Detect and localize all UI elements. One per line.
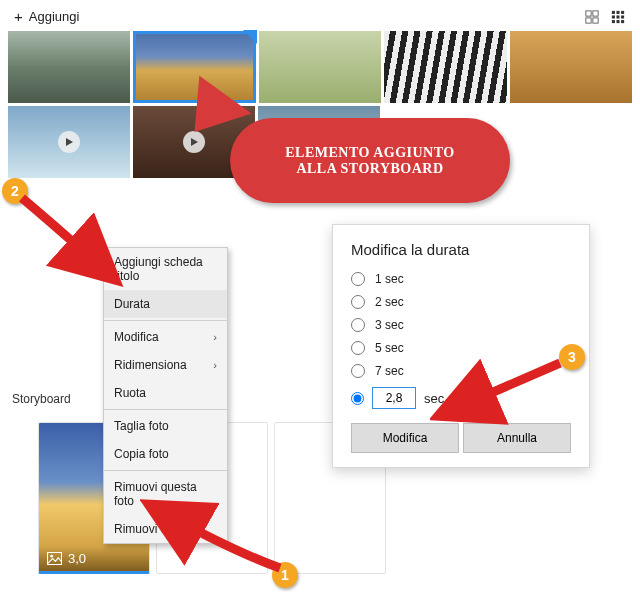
annotation-badge-2: 2 [2, 178, 28, 204]
duration-panel: Modifica la durata 1 sec 2 sec 3 sec 5 s… [332, 224, 590, 468]
svg-rect-6 [621, 10, 624, 13]
view-grid-small-icon[interactable] [610, 9, 626, 25]
gallery-item[interactable] [259, 31, 381, 103]
svg-rect-12 [621, 20, 624, 23]
svg-rect-4 [612, 10, 615, 13]
menu-remove-photo[interactable]: Rimuovi questa foto [104, 473, 227, 515]
menu-add-title-card[interactable]: Aggiungi scheda titolo [104, 248, 227, 290]
svg-rect-8 [616, 15, 619, 18]
svg-rect-7 [612, 15, 615, 18]
chevron-right-icon: › [213, 359, 217, 371]
svg-rect-9 [621, 15, 624, 18]
menu-edit[interactable]: Modifica› [104, 323, 227, 351]
svg-rect-1 [593, 10, 598, 15]
menu-duration[interactable]: Durata [104, 290, 227, 318]
image-icon [47, 552, 62, 565]
svg-rect-5 [616, 10, 619, 13]
duration-option-5s[interactable]: 5 sec [351, 341, 571, 355]
duration-option-3s[interactable]: 3 sec [351, 318, 571, 332]
plus-icon: + [14, 8, 23, 25]
gallery-item[interactable] [8, 31, 130, 103]
gallery-item-video[interactable] [8, 106, 130, 178]
duration-ok-button[interactable]: Modifica [351, 423, 459, 453]
view-grid-large-icon[interactable] [584, 9, 600, 25]
svg-point-17 [50, 555, 53, 558]
duration-option-custom-radio[interactable] [351, 392, 364, 405]
chevron-right-icon: › [213, 331, 217, 343]
add-button[interactable]: + Aggiungi [14, 8, 79, 25]
menu-resize[interactable]: Ridimensiona› [104, 351, 227, 379]
storyboard-item-duration: 3,0 [68, 551, 86, 566]
svg-rect-3 [593, 17, 598, 22]
annotation-callout: ELEMENTO AGGIUNTO ALLA STORYBOARD [185, 100, 515, 205]
duration-cancel-button[interactable]: Annulla [463, 423, 571, 453]
context-menu: Aggiungi scheda titolo Durata Modifica› … [103, 247, 228, 544]
storyboard-heading: Storyboard [12, 392, 71, 406]
svg-rect-2 [586, 17, 591, 22]
duration-option-1s[interactable]: 1 sec [351, 272, 571, 286]
svg-marker-13 [66, 138, 73, 146]
menu-cut-photo[interactable]: Taglia foto [104, 412, 227, 440]
annotation-badge-3: 3 [559, 344, 585, 370]
duration-custom-input[interactable] [372, 387, 416, 409]
callout-line1: ELEMENTO AGGIUNTO [285, 145, 454, 161]
duration-option-7s[interactable]: 7 sec [351, 364, 571, 378]
svg-rect-10 [612, 20, 615, 23]
menu-copy-photo[interactable]: Copia foto [104, 440, 227, 468]
callout-line2: ALLA STORYBOARD [296, 161, 443, 177]
svg-rect-11 [616, 20, 619, 23]
add-label: Aggiungi [29, 9, 80, 24]
play-icon [58, 131, 80, 153]
gallery-item[interactable] [510, 31, 632, 103]
menu-rotate[interactable]: Ruota [104, 379, 227, 407]
duration-option-2s[interactable]: 2 sec [351, 295, 571, 309]
annotation-badge-1: 1 [272, 562, 298, 588]
gallery-item[interactable] [384, 31, 506, 103]
sec-label: sec [424, 391, 444, 406]
svg-rect-0 [586, 10, 591, 15]
duration-title: Modifica la durata [351, 241, 571, 258]
menu-remove-all[interactable]: Rimuovi tutto [104, 515, 227, 543]
